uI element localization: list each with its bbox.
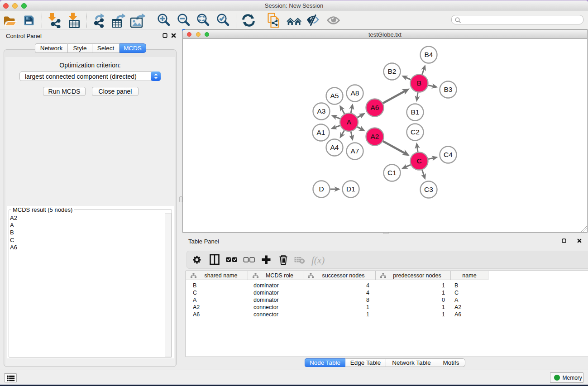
svg-text:A7: A7	[351, 147, 359, 155]
svg-text:C3: C3	[424, 186, 433, 193]
svg-text:A1: A1	[317, 129, 325, 136]
svg-text:B2: B2	[388, 67, 397, 75]
svg-text:A: A	[347, 118, 352, 126]
svg-text:A3: A3	[317, 107, 326, 115]
svg-text:B1: B1	[411, 108, 420, 116]
svg-text:D: D	[319, 185, 324, 193]
svg-text:A6: A6	[371, 104, 379, 111]
svg-text:A8: A8	[351, 89, 359, 97]
svg-text:B3: B3	[444, 86, 453, 93]
svg-text:f(x): f(x)	[311, 255, 325, 266]
svg-text:C2: C2	[411, 128, 420, 136]
svg-text:D1: D1	[346, 185, 355, 193]
svg-text:B: B	[417, 79, 421, 87]
svg-text:A5: A5	[330, 92, 339, 100]
svg-text:B4: B4	[425, 51, 433, 58]
svg-text:C: C	[416, 157, 421, 165]
svg-text:A2: A2	[371, 133, 379, 140]
svg-text:C1: C1	[387, 169, 397, 176]
svg-text:C4: C4	[444, 151, 453, 158]
svg-text:A4: A4	[330, 143, 339, 151]
